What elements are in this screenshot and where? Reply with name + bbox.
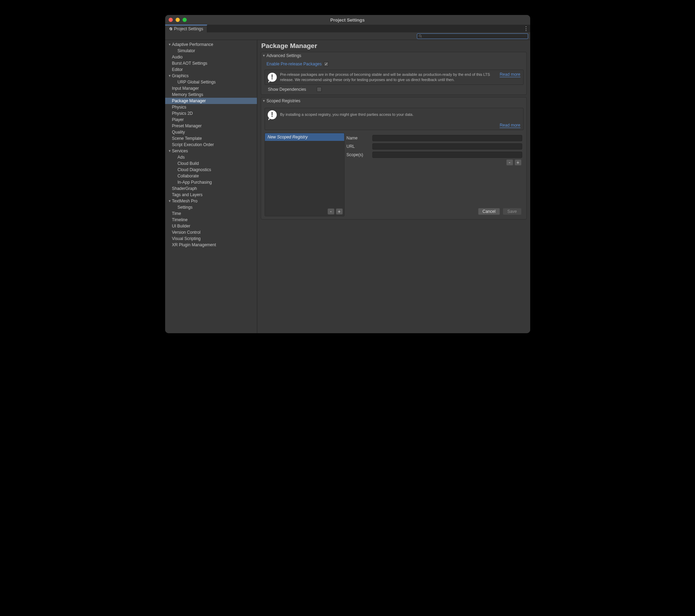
scope-remove-button[interactable]: - [506,159,513,166]
foldout-icon: ▼ [167,43,172,46]
scoped-registries-label: Scoped Registries [267,98,300,103]
sidebar-item-label: UI Builder [172,224,191,229]
advanced-settings-header[interactable]: ▼ Advanced Settings [261,52,526,59]
gear-icon [169,27,173,31]
registry-name-input[interactable] [372,135,522,141]
sidebar-item[interactable]: Simulator [165,48,257,54]
sidebar-item[interactable]: UI Builder [165,223,257,229]
search-input[interactable] [423,34,526,38]
sidebar-item[interactable]: ▼Graphics [165,73,257,79]
sidebar-item-label: Script Execution Order [172,142,214,147]
sidebar-item[interactable]: Time [165,210,257,217]
advanced-settings-panel: ▼ Advanced Settings Enable Pre-release P… [261,52,527,95]
scoped-info-box: ! By installing a scoped registry, you m… [265,108,524,130]
sidebar-item[interactable]: Audio [165,54,257,60]
registry-layout: New Scoped Registry - + Name [265,133,524,216]
tab-project-settings[interactable]: Project Settings [165,25,207,32]
sidebar-item-label: Services [172,149,188,153]
show-dependencies-checkbox[interactable] [317,87,322,92]
sidebar-item[interactable]: ▼TextMesh Pro [165,198,257,204]
body: ▼Adaptive PerformanceSimulatorAudioBurst… [165,40,530,333]
search-bar [165,32,530,40]
sidebar-item[interactable]: ▼Services [165,148,257,154]
sidebar-item[interactable]: Visual Scripting [165,235,257,242]
registry-add-button[interactable]: + [336,208,343,215]
sidebar-item[interactable]: Script Execution Order [165,142,257,148]
cancel-button[interactable]: Cancel [478,208,500,215]
sidebar-item-label: Editor [172,67,183,72]
sidebar-item-label: TextMesh Pro [172,199,197,203]
sidebar-item-label: Time [172,211,181,216]
advanced-settings-label: Advanced Settings [267,53,301,58]
foldout-icon: ▼ [167,74,172,78]
registry-url-input[interactable] [372,143,522,150]
tab-bar: Project Settings ⋮ [165,25,530,32]
sidebar-item-label: Cloud Build [178,161,199,166]
sidebar-item[interactable]: Scene Template [165,135,257,142]
save-button[interactable]: Save [503,208,521,215]
sidebar-item[interactable]: Quality [165,129,257,135]
window-controls [169,18,187,22]
sidebar-item[interactable]: Preset Manager [165,123,257,129]
registry-list-item[interactable]: New Scoped Registry [265,133,344,141]
sidebar-item[interactable]: Timeline [165,217,257,223]
sidebar-item-label: Physics 2D [172,111,193,116]
scoped-registries-header[interactable]: ▼ Scoped Registries [261,97,526,104]
maximize-window-button[interactable] [183,18,187,22]
tab-menu-button[interactable]: ⋮ [522,25,530,32]
sidebar-item[interactable]: Settings [165,204,257,210]
registry-remove-button[interactable]: - [328,208,334,215]
sidebar-item[interactable]: Cloud Diagnostics [165,167,257,173]
sidebar-item[interactable]: Player [165,117,257,123]
sidebar-item[interactable]: Physics 2D [165,110,257,117]
info-icon: ! [268,110,277,119]
sidebar-item[interactable]: Package Manager [165,98,257,104]
sidebar-item[interactable]: XR Plugin Management [165,242,257,248]
sidebar-item[interactable]: Version Control [165,229,257,235]
search-icon [419,34,422,38]
prerelease-read-more-link[interactable]: Read more [500,72,520,77]
sidebar-item-label: In-App Purchasing [178,180,212,185]
sidebar-item[interactable]: In-App Purchasing [165,179,257,185]
sidebar-item[interactable]: Burst AOT Settings [165,60,257,66]
sidebar-item[interactable]: Collaborate [165,173,257,179]
registry-detail: Name URL Scope(s) [347,133,524,216]
registry-url-label: URL [347,144,370,149]
content-pane: Package Manager ▼ Advanced Settings Enab… [257,40,530,333]
sidebar-item[interactable]: URP Global Settings [165,79,257,85]
sidebar-item-label: Graphics [172,73,189,78]
sidebar-item[interactable]: Tags and Layers [165,192,257,198]
window-title: Project Settings [165,17,530,23]
foldout-icon: ▼ [167,149,172,153]
sidebar-item-label: Visual Scripting [172,236,201,241]
sidebar-item-label: Physics [172,105,186,110]
sidebar-item-label: Timeline [172,217,188,222]
settings-sidebar: ▼Adaptive PerformanceSimulatorAudioBurst… [165,40,257,333]
sidebar-item[interactable]: Input Manager [165,85,257,91]
prerelease-info-text: Pre-release packages are in the process … [280,72,496,82]
sidebar-item-label: Quality [172,130,185,135]
sidebar-item-label: URP Global Settings [178,80,216,85]
scope-add-button[interactable]: + [515,159,522,166]
sidebar-item-label: Package Manager [172,98,206,103]
enable-prerelease-checkbox[interactable] [324,62,329,66]
sidebar-item[interactable]: Ads [165,154,257,160]
sidebar-item-label: Scene Template [172,136,202,141]
sidebar-item[interactable]: Memory Settings [165,91,257,98]
registry-scopes-label: Scope(s) [347,152,370,157]
sidebar-item[interactable]: ShaderGraph [165,185,257,192]
foldout-icon: ▼ [167,199,172,203]
sidebar-item[interactable]: ▼Adaptive Performance [165,41,257,48]
sidebar-item[interactable]: Editor [165,66,257,73]
minimize-window-button[interactable] [176,18,180,22]
registry-scopes-input[interactable] [372,152,522,158]
info-icon: ! [268,73,277,82]
sidebar-item[interactable]: Physics [165,104,257,110]
titlebar: Project Settings [165,15,530,25]
foldout-icon: ▼ [262,54,266,57]
scoped-read-more-link[interactable]: Read more [268,123,520,128]
search-field-wrap[interactable] [417,33,528,39]
close-window-button[interactable] [169,18,173,22]
sidebar-item[interactable]: Cloud Build [165,160,257,167]
sidebar-item-label: Collaborate [178,174,199,178]
